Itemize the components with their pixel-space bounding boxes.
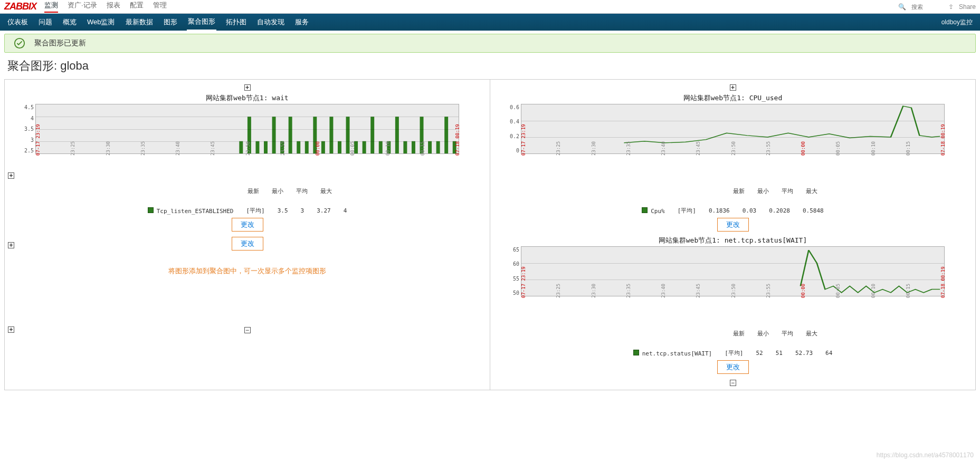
logo[interactable]: ZABBIX bbox=[4, 1, 36, 12]
success-icon bbox=[5, 37, 34, 49]
subnav-item-3[interactable]: Web监测 bbox=[86, 14, 116, 30]
add-top-left[interactable]: + bbox=[9, 83, 486, 91]
add-left-3[interactable]: + bbox=[8, 326, 14, 333]
topnav-item-2[interactable]: 报表 bbox=[107, 1, 120, 13]
message-text: 聚合图形已更新 bbox=[34, 38, 86, 48]
add-note: 将图形添加到聚合图中，可一次显示多个监控项图形 bbox=[9, 266, 486, 276]
subnav-item-0[interactable]: 仪表板 bbox=[6, 14, 29, 30]
subnav-item-5[interactable]: 图形 bbox=[163, 14, 178, 30]
search-icon[interactable]: 🔍 bbox=[898, 3, 906, 11]
add-left-1[interactable]: + bbox=[8, 172, 14, 179]
cell-bottom-left: + − bbox=[9, 326, 486, 334]
cell-wait: + 网站集群web节点1: wait 4.543.532.5 07-17 23:… bbox=[9, 93, 486, 232]
change-button-2[interactable]: 更改 bbox=[717, 360, 749, 374]
subnav-item-9[interactable]: 服务 bbox=[294, 14, 310, 30]
share-label[interactable]: Share bbox=[959, 3, 976, 11]
share-icon[interactable]: ⇪ bbox=[948, 3, 954, 11]
topnav-item-3[interactable]: 配置 bbox=[130, 1, 144, 13]
subnav-item-1[interactable]: 问题 bbox=[37, 14, 53, 30]
minus-right[interactable]: − bbox=[730, 380, 736, 386]
search-input[interactable] bbox=[911, 4, 943, 10]
subnav-item-6[interactable]: 聚合图形 bbox=[187, 14, 216, 31]
topbar-right: 🔍 ⇪ Share bbox=[898, 3, 976, 11]
col-right: + 网站集群web节点1: CPU_used 0.60.40.20 07-17 … bbox=[490, 80, 975, 390]
subnav-item-2[interactable]: 概览 bbox=[62, 14, 78, 30]
add-top-right[interactable]: + bbox=[494, 83, 971, 91]
subnav: 仪表板 问题 概览 Web监测 最新数据 图形 聚合图形 拓扑图 自动发现 服务… bbox=[0, 14, 980, 31]
subnav-right[interactable]: oldboy监控 bbox=[940, 15, 974, 30]
change-button-empty[interactable]: 更改 bbox=[232, 237, 263, 251]
chart-title-2: 网站集群web节点1: net.tcp.status[WAIT] bbox=[521, 236, 945, 245]
col-left: + + 网站集群web节点1: wait 4.543.532.5 07-17 2… bbox=[5, 80, 490, 390]
change-button-1[interactable]: 更改 bbox=[717, 218, 749, 232]
add-left-2[interactable]: + bbox=[8, 242, 14, 248]
topnav-item-0[interactable]: 监测 bbox=[44, 1, 58, 13]
subnav-item-4[interactable]: 最新数据 bbox=[125, 14, 154, 30]
chart-title-1: 网站集群web节点1: CPU_used bbox=[521, 93, 945, 103]
cell-tcp: 网站集群web节点1: net.tcp.status[WAIT] 6560555… bbox=[494, 236, 971, 374]
cell-cpu: 网站集群web节点1: CPU_used 0.60.40.20 07-17 23… bbox=[494, 93, 971, 232]
page-title: 聚合图形: globa bbox=[0, 53, 980, 77]
topnav-item-4[interactable]: 管理 bbox=[153, 1, 167, 13]
chart-title-0: 网站集群web节点1: wait bbox=[35, 93, 459, 103]
topnav: 监测 资广·记录 报表 配置 管理 bbox=[44, 1, 167, 13]
change-button-0[interactable]: 更改 bbox=[232, 218, 263, 232]
dashboard: + + 网站集群web节点1: wait 4.543.532.5 07-17 2… bbox=[4, 79, 976, 390]
subnav-item-7[interactable]: 拓扑图 bbox=[225, 14, 248, 30]
subnav-item-8[interactable]: 自动发现 bbox=[256, 14, 286, 30]
topbar: ZABBIX 监测 资广·记录 报表 配置 管理 🔍 ⇪ Share bbox=[0, 0, 980, 14]
topnav-item-1[interactable]: 资广·记录 bbox=[68, 1, 97, 13]
success-message: 聚合图形已更新 bbox=[4, 34, 976, 53]
cell-empty: + 更改 将图形添加到聚合图中，可一次显示多个监控项图形 bbox=[9, 237, 486, 321]
minus-left[interactable]: − bbox=[244, 327, 251, 333]
